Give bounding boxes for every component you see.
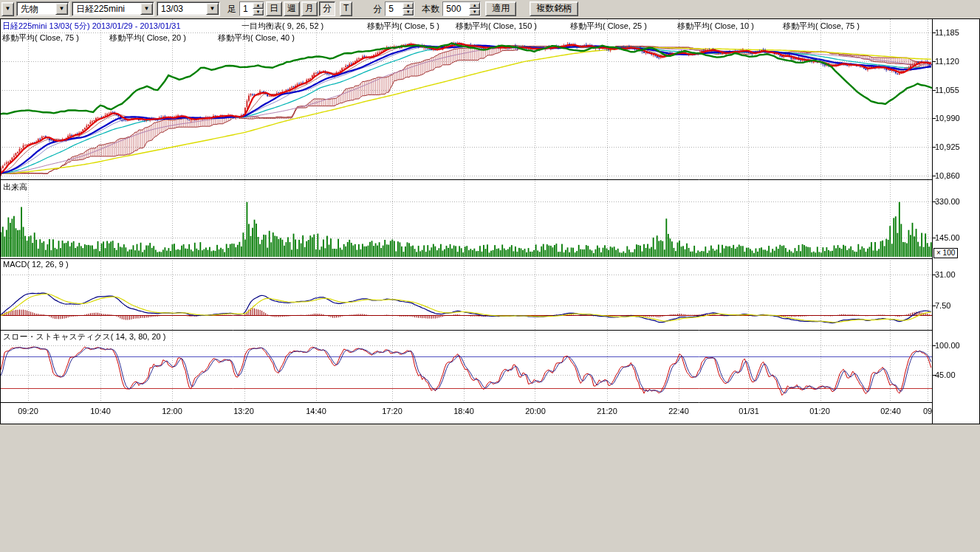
symbol-select[interactable]: 日経225mini ▼ [72, 1, 154, 16]
category-value: 先物 [21, 3, 55, 15]
bar-interval-input[interactable]: 1 ▲▼ [239, 1, 264, 16]
period-minute-button[interactable]: 分 [319, 1, 335, 16]
spin-down-icon[interactable]: ▼ [469, 9, 480, 15]
period-tick-button[interactable]: T [340, 1, 352, 16]
minute-label: 分 [373, 3, 382, 15]
symbol-value: 日経225mini [76, 3, 140, 15]
apply-button[interactable]: 適用 [485, 1, 516, 16]
window-menu-button[interactable]: ▼ [1, 2, 14, 16]
period-month-button[interactable]: 月 [301, 1, 318, 16]
minute-input[interactable]: 5 ▲▼ [385, 1, 414, 16]
chevron-down-icon[interactable]: ▼ [55, 3, 68, 15]
contract-value: 13/03 [161, 4, 206, 14]
spin-down-icon[interactable]: ▼ [253, 9, 264, 15]
bar-type-label: 足 [227, 3, 236, 15]
chart-canvas[interactable] [0, 18, 980, 424]
chevron-down-icon[interactable]: ▼ [140, 3, 153, 15]
spin-up-icon[interactable]: ▲ [469, 2, 480, 9]
spin-up-icon[interactable]: ▲ [402, 2, 414, 9]
bar-count-label: 本数 [422, 3, 439, 15]
period-day-button[interactable]: 日 [266, 1, 282, 16]
bar-count-value: 500 [443, 2, 469, 15]
bar-count-input[interactable]: 500 ▲▼ [442, 1, 481, 16]
bar-interval-value: 1 [240, 2, 253, 15]
toolbar: ▼ 先物 ▼ 日経225mini ▼ 13/03 ▼ 足 1 ▲▼ 日 週 月 … [0, 0, 980, 18]
minute-value: 5 [386, 2, 402, 15]
contract-select[interactable]: 13/03 ▼ [157, 1, 220, 16]
period-week-button[interactable]: 週 [284, 1, 300, 16]
spin-up-icon[interactable]: ▲ [253, 2, 264, 9]
category-select[interactable]: 先物 ▼ [16, 1, 69, 16]
trading-app-window: { "toolbar": { "dropdown_arrow": "▼", "c… [0, 0, 980, 552]
chevron-down-icon[interactable]: ▼ [206, 3, 219, 15]
multi-symbol-button[interactable]: 複数銘柄 [530, 1, 578, 16]
dropdown-arrow-icon: ▼ [5, 5, 11, 12]
spin-down-icon[interactable]: ▼ [402, 9, 414, 15]
